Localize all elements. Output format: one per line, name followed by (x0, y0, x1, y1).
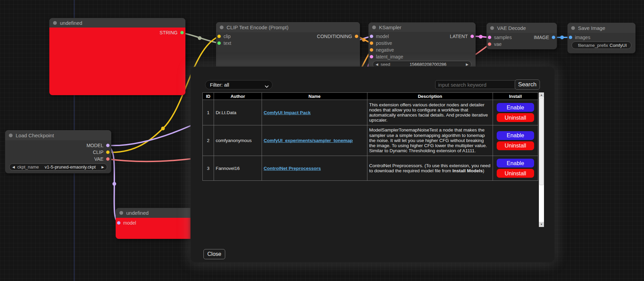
cell-description: ModelSamplerTonemapNoiseTest a node that… (367, 125, 493, 156)
output-label: LATENT (450, 34, 468, 39)
node-save-image[interactable]: Save Image images filename_prefix ComfyU… (567, 23, 635, 53)
wire-dot-image[interactable] (560, 36, 564, 39)
input-row-positive: positive (368, 40, 476, 47)
enable-button[interactable]: Enable (497, 103, 534, 112)
table-row: 1 Dr.Lt.Data ComfyUI Impact Pack This ex… (203, 100, 538, 125)
filter-select[interactable]: Filter: all (205, 80, 273, 89)
scrollbar-thumb[interactable] (539, 98, 544, 185)
decrement-arrow-icon[interactable]: ◀ (12, 165, 15, 169)
widget-value: 156680208700286 (390, 62, 466, 67)
node-title: KSampler (379, 24, 401, 30)
increment-arrow-icon[interactable]: ▶ (101, 165, 104, 169)
table-row: 2 comfyanonymous ComfyUI_experiments/sam… (203, 125, 538, 156)
uninstall-button[interactable]: Uninstall (497, 169, 534, 178)
close-button[interactable]: Close (203, 249, 225, 259)
wire-dot-clip[interactable] (161, 127, 165, 130)
extension-link[interactable]: ControlNet Preprocessors (264, 166, 321, 171)
output-port-image[interactable] (552, 36, 555, 39)
output-label: STRING (160, 30, 178, 35)
node-title: VAE Decode (497, 25, 526, 31)
input-port-clip[interactable] (217, 35, 221, 38)
input-port-text[interactable] (217, 41, 221, 45)
node-undefined-top[interactable]: undefined STRING (49, 18, 185, 95)
col-header-description: Description (367, 93, 493, 100)
wire-dot-string[interactable] (198, 36, 202, 40)
node-title-bar[interactable]: VAE Decode (486, 23, 557, 33)
node-vae-decode[interactable]: VAE Decode samples vae IMAGE (486, 23, 557, 49)
collapse-dot-icon[interactable] (119, 211, 123, 215)
col-header-author: Author (214, 93, 262, 100)
enable-button[interactable]: Enable (497, 131, 534, 140)
filename-prefix-widget[interactable]: filename_prefix ComfyUI (572, 41, 631, 49)
input-port-vae[interactable] (488, 42, 491, 46)
table-scrollbar[interactable]: ▲ ▼ (539, 92, 544, 227)
wire-dot-model[interactable] (113, 182, 116, 186)
description-text: ModelSamplerTonemapNoiseTest a node that… (369, 127, 487, 153)
node-body: MODEL CLIP VAE ◀ ckpt_name v1-5-pruned-e… (5, 140, 111, 171)
node-title: undefined (126, 210, 149, 216)
output-label: VAE (94, 156, 103, 162)
collapse-dot-icon[interactable] (220, 25, 224, 29)
collapse-dot-icon[interactable] (490, 26, 494, 30)
input-port-samples[interactable] (488, 36, 491, 39)
description-text-bold: Install Models (452, 168, 483, 173)
input-label: model (123, 220, 136, 226)
extension-link[interactable]: ComfyUI Impact Pack (264, 110, 311, 115)
uninstall-button[interactable]: Uninstall (497, 141, 534, 150)
collapse-dot-icon[interactable] (9, 134, 13, 137)
decrement-arrow-icon[interactable]: ◀ (376, 63, 378, 66)
uninstall-button[interactable]: Uninstall (497, 113, 534, 122)
node-title-bar[interactable]: KSampler (368, 22, 476, 32)
input-row-images: images (567, 34, 635, 41)
scroll-down-icon[interactable]: ▼ (539, 222, 544, 227)
ckpt-name-widget[interactable]: ◀ ckpt_name v1-5-pruned-emaonly.ckpt ▶ (9, 163, 107, 171)
input-port-negative[interactable] (370, 48, 373, 52)
output-port-clip[interactable] (106, 151, 110, 154)
input-port-latent-image[interactable] (370, 55, 373, 58)
increment-arrow-icon[interactable]: ▶ (466, 63, 468, 66)
widget-label: ckpt_name (17, 164, 39, 170)
wire-dot-latent[interactable] (479, 35, 483, 39)
scroll-up-icon[interactable]: ▲ (539, 92, 544, 98)
node-ksampler[interactable]: KSampler model positive negative latent_… (368, 22, 476, 73)
node-clip-text-encode[interactable]: CLIP Text Encode (Prompt) clip text COND… (216, 22, 360, 70)
node-body: model positive negative latent_image LAT… (368, 32, 476, 68)
collapse-dot-icon[interactable] (372, 25, 376, 29)
node-title-bar[interactable]: undefined (49, 18, 185, 28)
output-port-latent[interactable] (470, 35, 474, 38)
search-input[interactable] (435, 80, 518, 89)
cell-author: Fannovel16 (214, 156, 262, 181)
node-load-checkpoint[interactable]: Load Checkpoint MODEL CLIP VAE ◀ ckpt_na… (5, 130, 111, 173)
collapse-dot-icon[interactable] (53, 21, 57, 25)
node-title-bar[interactable]: Load Checkpoint (5, 130, 111, 140)
output-port-string[interactable] (180, 31, 184, 34)
collapse-dot-icon[interactable] (571, 26, 575, 30)
output-port-model[interactable] (106, 144, 110, 147)
input-port-model[interactable] (370, 35, 373, 38)
node-body: clip text CONDITIONING (216, 32, 360, 47)
col-header-id: ID (203, 93, 214, 100)
widget-label: filename_prefix (578, 43, 608, 48)
output-port-vae[interactable] (106, 157, 110, 161)
wire-dot-conditioning[interactable] (362, 38, 366, 42)
cell-id: 1 (203, 100, 214, 125)
node-title-bar[interactable]: CLIP Text Encode (Prompt) (216, 22, 360, 32)
node-title-bar[interactable]: Save Image (567, 23, 635, 33)
input-port-images[interactable] (569, 36, 572, 39)
widget-value: ComfyUI (608, 43, 628, 48)
extension-table-area: ID Author Name Description Install 1 Dr.… (202, 92, 544, 227)
output-port-conditioning[interactable] (355, 35, 358, 38)
input-port-positive[interactable] (370, 41, 373, 45)
input-port-model[interactable] (117, 221, 120, 225)
output-row-latent: LATENT (450, 33, 474, 40)
input-row-negative: negative (368, 47, 476, 53)
extension-link[interactable]: ComfyUI_experiments/sampler_tonemap (264, 138, 353, 143)
search-button[interactable]: Search (515, 80, 540, 90)
cell-install: Enable Uninstall (493, 125, 538, 156)
table-row: 3 Fannovel16 ControlNet Preprocessors Co… (203, 156, 538, 181)
enable-button[interactable]: Enable (497, 159, 534, 168)
output-label: MODEL (86, 143, 103, 148)
node-title: undefined (60, 20, 82, 26)
node-title: CLIP Text Encode (Prompt) (227, 24, 288, 30)
description-text: ) (483, 168, 484, 173)
